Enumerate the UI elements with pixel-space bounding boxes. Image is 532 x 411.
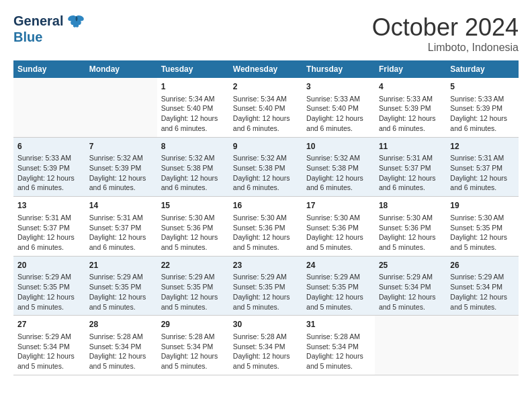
day-info: Sunrise: 5:33 AMSunset: 5:39 PMDaylight:… (379, 94, 442, 134)
day-number: 3 (306, 81, 371, 93)
day-info: Sunrise: 5:32 AMSunset: 5:38 PMDaylight:… (161, 153, 225, 193)
day-info: Sunrise: 5:29 AMSunset: 5:34 PMDaylight:… (379, 272, 442, 312)
table-row: 14Sunrise: 5:31 AMSunset: 5:37 PMDayligh… (85, 197, 157, 257)
day-info: Sunrise: 5:29 AMSunset: 5:35 PMDaylight:… (233, 272, 298, 312)
day-info: Sunrise: 5:31 AMSunset: 5:37 PMDaylight:… (450, 153, 515, 193)
table-row: 15Sunrise: 5:30 AMSunset: 5:36 PMDayligh… (157, 197, 229, 257)
day-info: Sunrise: 5:32 AMSunset: 5:39 PMDaylight:… (89, 153, 153, 193)
day-info: Sunrise: 5:30 AMSunset: 5:35 PMDaylight:… (450, 213, 515, 253)
day-number: 9 (233, 141, 298, 152)
day-number: 30 (233, 319, 298, 330)
logo-line2: Blue (13, 30, 86, 44)
day-info: Sunrise: 5:28 AMSunset: 5:34 PMDaylight:… (233, 332, 298, 371)
day-number: 17 (306, 200, 371, 212)
table-row: 11Sunrise: 5:31 AMSunset: 5:37 PMDayligh… (375, 137, 446, 197)
logo-bird-icon (67, 15, 86, 30)
day-number: 23 (233, 260, 298, 271)
day-info: Sunrise: 5:33 AMSunset: 5:39 PMDaylight:… (17, 153, 81, 193)
day-number: 13 (17, 200, 81, 212)
day-info: Sunrise: 5:29 AMSunset: 5:34 PMDaylight:… (17, 332, 81, 371)
table-row: 18Sunrise: 5:30 AMSunset: 5:36 PMDayligh… (375, 197, 446, 257)
day-info: Sunrise: 5:29 AMSunset: 5:35 PMDaylight:… (306, 272, 371, 312)
day-number: 16 (233, 200, 298, 212)
day-info: Sunrise: 5:29 AMSunset: 5:35 PMDaylight:… (161, 272, 225, 312)
calendar-header-row: Sunday Monday Tuesday Wednesday Thursday… (13, 60, 519, 78)
day-info: Sunrise: 5:28 AMSunset: 5:34 PMDaylight:… (161, 332, 225, 371)
day-info: Sunrise: 5:31 AMSunset: 5:37 PMDaylight:… (379, 153, 442, 193)
header-thursday: Thursday (302, 60, 375, 78)
calendar-table: Sunday Monday Tuesday Wednesday Thursday… (13, 60, 519, 375)
day-number: 10 (306, 141, 371, 152)
calendar-week-row: 27Sunrise: 5:29 AMSunset: 5:34 PMDayligh… (13, 316, 519, 375)
day-info: Sunrise: 5:31 AMSunset: 5:37 PMDaylight:… (89, 213, 153, 253)
location: Limboto, Indonesia (372, 42, 519, 54)
day-number: 4 (379, 81, 442, 93)
calendar-week-row: 1Sunrise: 5:34 AMSunset: 5:40 PMDaylight… (13, 78, 519, 137)
day-number: 22 (161, 260, 225, 271)
calendar-week-row: 6Sunrise: 5:33 AMSunset: 5:39 PMDaylight… (13, 137, 519, 197)
header-tuesday: Tuesday (157, 60, 229, 78)
table-row: 23Sunrise: 5:29 AMSunset: 5:35 PMDayligh… (229, 256, 302, 316)
header-friday: Friday (375, 60, 446, 78)
table-row: 29Sunrise: 5:28 AMSunset: 5:34 PMDayligh… (157, 316, 229, 375)
month-title: October 2024 (372, 13, 519, 42)
table-row (446, 316, 519, 375)
day-number: 24 (306, 260, 371, 271)
table-row: 28Sunrise: 5:28 AMSunset: 5:34 PMDayligh… (85, 316, 157, 375)
table-row: 27Sunrise: 5:29 AMSunset: 5:34 PMDayligh… (13, 316, 85, 375)
calendar-week-row: 13Sunrise: 5:31 AMSunset: 5:37 PMDayligh… (13, 197, 519, 257)
day-number: 14 (89, 200, 153, 212)
day-number: 29 (161, 319, 225, 330)
table-row: 4Sunrise: 5:33 AMSunset: 5:39 PMDaylight… (375, 78, 446, 137)
day-number: 26 (450, 260, 515, 271)
table-row: 22Sunrise: 5:29 AMSunset: 5:35 PMDayligh… (157, 256, 229, 316)
day-info: Sunrise: 5:34 AMSunset: 5:40 PMDaylight:… (233, 94, 298, 134)
day-number: 2 (233, 81, 298, 93)
logo: General Blue (13, 13, 86, 44)
day-number: 21 (89, 260, 153, 271)
day-info: Sunrise: 5:30 AMSunset: 5:36 PMDaylight:… (233, 213, 298, 253)
table-row: 5Sunrise: 5:33 AMSunset: 5:39 PMDaylight… (446, 78, 519, 137)
table-row: 12Sunrise: 5:31 AMSunset: 5:37 PMDayligh… (446, 137, 519, 197)
day-info: Sunrise: 5:32 AMSunset: 5:38 PMDaylight:… (233, 153, 298, 193)
table-row (375, 316, 446, 375)
day-info: Sunrise: 5:34 AMSunset: 5:40 PMDaylight:… (161, 94, 225, 134)
table-row: 2Sunrise: 5:34 AMSunset: 5:40 PMDaylight… (229, 78, 302, 137)
header-wednesday: Wednesday (229, 60, 302, 78)
header-sunday: Sunday (13, 60, 85, 78)
table-row: 6Sunrise: 5:33 AMSunset: 5:39 PMDaylight… (13, 137, 85, 197)
table-row: 20Sunrise: 5:29 AMSunset: 5:35 PMDayligh… (13, 256, 85, 316)
day-info: Sunrise: 5:33 AMSunset: 5:40 PMDaylight:… (306, 94, 371, 134)
day-info: Sunrise: 5:29 AMSunset: 5:34 PMDaylight:… (450, 272, 515, 312)
day-number: 27 (17, 319, 81, 330)
table-row: 21Sunrise: 5:29 AMSunset: 5:35 PMDayligh… (85, 256, 157, 316)
table-row (13, 78, 85, 137)
table-row (85, 78, 157, 137)
day-number: 5 (450, 81, 515, 93)
day-info: Sunrise: 5:29 AMSunset: 5:35 PMDaylight:… (17, 272, 81, 312)
table-row: 16Sunrise: 5:30 AMSunset: 5:36 PMDayligh… (229, 197, 302, 257)
table-row: 30Sunrise: 5:28 AMSunset: 5:34 PMDayligh… (229, 316, 302, 375)
table-row: 10Sunrise: 5:32 AMSunset: 5:38 PMDayligh… (302, 137, 375, 197)
title-block: October 2024 Limboto, Indonesia (372, 13, 519, 54)
day-number: 28 (89, 319, 153, 330)
day-number: 12 (450, 141, 515, 152)
header-saturday: Saturday (446, 60, 519, 78)
day-info: Sunrise: 5:28 AMSunset: 5:34 PMDaylight:… (306, 332, 371, 371)
day-number: 7 (89, 141, 153, 152)
day-info: Sunrise: 5:30 AMSunset: 5:36 PMDaylight:… (161, 213, 225, 253)
day-number: 20 (17, 260, 81, 271)
day-number: 6 (17, 141, 81, 152)
day-info: Sunrise: 5:31 AMSunset: 5:37 PMDaylight:… (17, 213, 81, 253)
day-info: Sunrise: 5:33 AMSunset: 5:39 PMDaylight:… (450, 94, 515, 134)
day-number: 18 (379, 200, 442, 212)
table-row: 9Sunrise: 5:32 AMSunset: 5:38 PMDaylight… (229, 137, 302, 197)
table-row: 19Sunrise: 5:30 AMSunset: 5:35 PMDayligh… (446, 197, 519, 257)
day-number: 15 (161, 200, 225, 212)
day-info: Sunrise: 5:30 AMSunset: 5:36 PMDaylight:… (306, 213, 371, 253)
table-row: 13Sunrise: 5:31 AMSunset: 5:37 PMDayligh… (13, 197, 85, 257)
day-info: Sunrise: 5:30 AMSunset: 5:36 PMDaylight:… (379, 213, 442, 253)
table-row: 25Sunrise: 5:29 AMSunset: 5:34 PMDayligh… (375, 256, 446, 316)
day-number: 1 (161, 81, 225, 93)
day-number: 8 (161, 141, 225, 152)
